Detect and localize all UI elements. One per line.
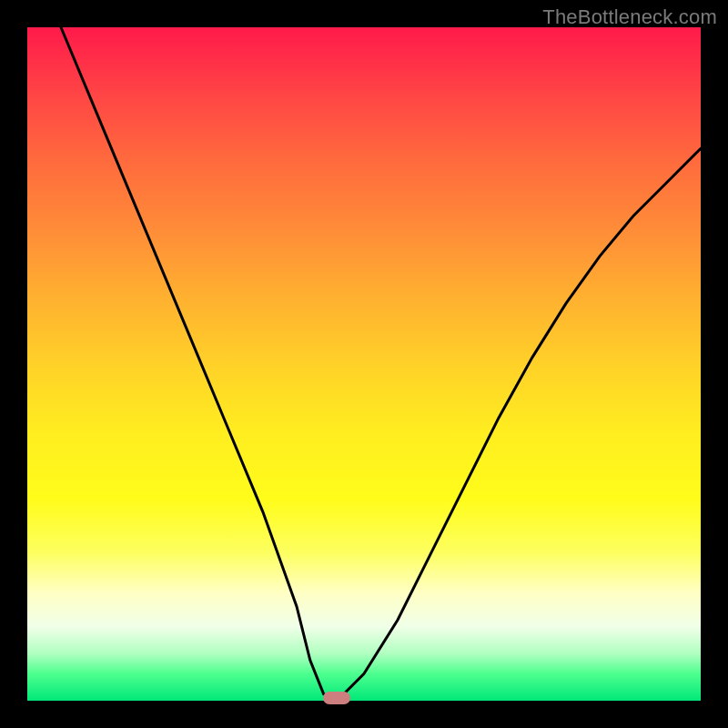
minimum-marker <box>323 692 350 704</box>
bottleneck-curve <box>61 27 701 701</box>
watermark-text: TheBottleneck.com <box>542 5 717 29</box>
curve-layer <box>27 27 701 701</box>
